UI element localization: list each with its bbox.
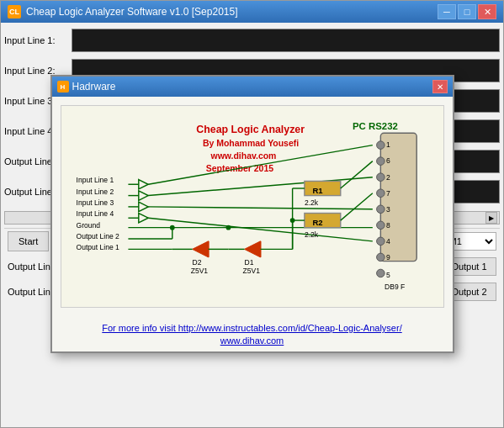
- modal-title-bar: H Hadrware ✕: [52, 77, 453, 97]
- svg-text:Ground: Ground: [76, 221, 100, 230]
- svg-text:R2: R2: [312, 218, 322, 227]
- svg-text:6: 6: [386, 156, 390, 165]
- modal-overlay: H Hadrware ✕ Cheap Logic Analyzer By Moh…: [1, 1, 503, 427]
- svg-point-23: [376, 269, 385, 277]
- modal-icon: H: [57, 81, 69, 92]
- svg-text:1: 1: [386, 140, 390, 149]
- modal-close-button[interactable]: ✕: [432, 80, 448, 93]
- svg-marker-47: [192, 241, 208, 257]
- svg-text:Cheap Logic Analyzer: Cheap Logic Analyzer: [196, 124, 305, 135]
- svg-text:3: 3: [386, 205, 390, 214]
- svg-line-62: [340, 161, 372, 188]
- modal-info-link[interactable]: For more info visit http://www.instructa…: [61, 323, 444, 333]
- svg-text:Input Line 4: Input Line 4: [76, 209, 114, 218]
- svg-point-7: [376, 157, 385, 166]
- svg-text:7: 7: [386, 189, 390, 198]
- modal-title: Hadrware: [72, 81, 429, 92]
- svg-text:D1: D1: [244, 258, 253, 267]
- svg-text:5: 5: [386, 271, 390, 279]
- svg-marker-35: [138, 214, 147, 223]
- svg-text:Z5V1: Z5V1: [190, 267, 208, 275]
- svg-point-12: [376, 237, 385, 246]
- svg-point-11: [376, 221, 385, 230]
- svg-text:Input Line 3: Input Line 3: [76, 198, 114, 207]
- svg-point-71: [289, 218, 294, 223]
- main-window: CL Cheap Logic Analyzer Software v1.0 [S…: [0, 0, 504, 428]
- svg-text:By Mohammad Yousefi: By Mohammad Yousefi: [202, 139, 298, 148]
- svg-text:www.dihav.com: www.dihav.com: [210, 151, 276, 161]
- svg-marker-32: [138, 180, 147, 189]
- modal-dihav-link[interactable]: www.dihav.com: [220, 336, 284, 346]
- svg-text:D2: D2: [192, 258, 201, 267]
- svg-text:Output Line 2: Output Line 2: [76, 232, 119, 240]
- svg-text:PC RS232: PC RS232: [353, 121, 398, 131]
- svg-marker-34: [138, 202, 147, 211]
- svg-point-46: [225, 225, 231, 230]
- svg-point-10: [376, 205, 385, 214]
- svg-marker-33: [138, 191, 147, 200]
- svg-text:9: 9: [386, 253, 390, 262]
- svg-marker-53: [244, 241, 260, 257]
- circuit-area: Cheap Logic Analyzer By Mohammad Yousefi…: [61, 105, 444, 308]
- svg-line-67: [340, 193, 372, 220]
- svg-text:8: 8: [386, 221, 390, 230]
- svg-point-8: [376, 173, 385, 182]
- modal-footer: For more info visit http://www.instructa…: [52, 316, 453, 351]
- svg-text:Output Line 1: Output Line 1: [76, 243, 119, 251]
- svg-point-9: [376, 189, 385, 198]
- modal-body: Cheap Logic Analyzer By Mohammad Yousefi…: [52, 97, 453, 316]
- svg-point-6: [376, 141, 385, 150]
- hardware-modal: H Hadrware ✕ Cheap Logic Analyzer By Moh…: [50, 75, 454, 353]
- svg-text:Input Line 2: Input Line 2: [76, 188, 114, 196]
- svg-text:Z5V1: Z5V1: [242, 267, 260, 275]
- circuit-diagram: Cheap Logic Analyzer By Mohammad Yousefi…: [68, 113, 437, 298]
- svg-text:Input Line 1: Input Line 1: [76, 176, 114, 184]
- svg-line-41: [148, 207, 373, 209]
- svg-text:4: 4: [386, 237, 390, 246]
- svg-text:DB9 F: DB9 F: [385, 283, 405, 291]
- svg-text:2.2k: 2.2k: [304, 198, 318, 207]
- svg-text:2.2k: 2.2k: [304, 230, 318, 239]
- svg-point-13: [376, 253, 385, 262]
- svg-text:R1: R1: [312, 186, 323, 195]
- svg-text:2: 2: [386, 173, 390, 182]
